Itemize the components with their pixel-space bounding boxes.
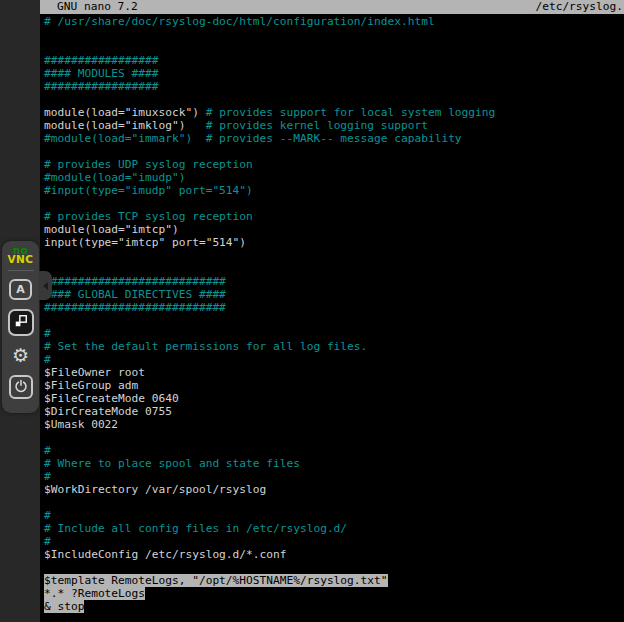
nano-titlebar: GNU nano 7.2 /etc/rsyslog.: [40, 0, 624, 14]
terminal-line: #input(type="imudp" port="514"): [44, 184, 624, 197]
terminal-line: *.* ?RemoteLogs: [44, 587, 624, 600]
terminal-line: $FileGroup adm: [44, 379, 624, 392]
terminal-line: ###########################: [44, 275, 624, 288]
terminal-line: #: [44, 327, 624, 340]
terminal-line: # Include all config files in /etc/rsysl…: [44, 522, 624, 535]
terminal-line: module(load="imklog") # provides kernel …: [44, 119, 624, 132]
terminal-content[interactable]: # /usr/share/doc/rsyslog-doc/html/config…: [40, 14, 624, 613]
terminal-line: $IncludeConfig /etc/rsyslog.d/*.conf: [44, 548, 624, 561]
novnc-logo: no VNC: [7, 246, 33, 264]
terminal-line: [44, 314, 624, 327]
terminal-line: ###########################: [44, 301, 624, 314]
keyboard-button[interactable]: A: [9, 279, 32, 300]
terminal-line: [44, 262, 624, 275]
gear-icon: ⚙: [12, 343, 29, 368]
terminal-line: [44, 145, 624, 158]
keyboard-key-icon: A: [16, 283, 25, 296]
terminal-line: [44, 496, 624, 509]
terminal-line: [44, 28, 624, 41]
terminal-line: # /usr/share/doc/rsyslog-doc/html/config…: [44, 15, 624, 28]
terminal-line: input(type="imtcp" port="514"): [44, 236, 624, 249]
terminal-line: #module(load="immark") # provides --MARK…: [44, 132, 624, 145]
terminal-line: [44, 561, 624, 574]
terminal-line: #### MODULES ####: [44, 67, 624, 80]
settings-button[interactable]: ⚙: [9, 343, 33, 368]
terminal-line: #: [44, 509, 624, 522]
terminal-line: $FileCreateMode 0640: [44, 392, 624, 405]
terminal-line: [44, 197, 624, 210]
terminal-window: GNU nano 7.2 /etc/rsyslog. # /usr/share/…: [40, 0, 624, 622]
terminal-line: # Where to place spool and state files: [44, 457, 624, 470]
novnc-logo-bottom: VNC: [7, 255, 33, 264]
terminal-line: #################: [44, 54, 624, 67]
terminal-line: $DirCreateMode 0755: [44, 405, 624, 418]
terminal-line: $Umask 0022: [44, 418, 624, 431]
nano-version-label: GNU nano 7.2: [57, 0, 138, 14]
nano-filename-label: /etc/rsyslog.: [535, 0, 623, 14]
terminal-line: #: [44, 470, 624, 483]
terminal-line: # Set the default permissions for all lo…: [44, 340, 624, 353]
fullscreen-button[interactable]: [8, 309, 34, 336]
power-button[interactable]: [9, 375, 33, 399]
fullscreen-icon: [14, 314, 28, 331]
terminal-line: #### GLOBAL DIRECTIVES ####: [44, 288, 624, 301]
terminal-line: $WorkDirectory /var/spool/rsyslog: [44, 483, 624, 496]
terminal-line: $FileOwner root: [44, 366, 624, 379]
terminal-line: module(load="imuxsock") # provides suppo…: [44, 106, 624, 119]
terminal-line: [44, 41, 624, 54]
terminal-line: #: [44, 353, 624, 366]
terminal-line: [44, 431, 624, 444]
terminal-line: # provides TCP syslog reception: [44, 210, 624, 223]
terminal-line: #module(load="imudp"): [44, 171, 624, 184]
terminal-line: #################: [44, 80, 624, 93]
chevron-left-icon: [43, 282, 48, 290]
terminal-line: # provides UDP syslog reception: [44, 158, 624, 171]
panel-collapse-handle[interactable]: [39, 271, 52, 300]
terminal-line: #: [44, 535, 624, 548]
panel-divider: [8, 270, 34, 271]
novnc-control-panel: no VNC A ⚙: [2, 241, 39, 413]
terminal-line: module(load="imtcp"): [44, 223, 624, 236]
terminal-line: [44, 93, 624, 106]
terminal-line: [44, 249, 624, 262]
terminal-line: #: [44, 444, 624, 457]
terminal-line: & stop: [44, 600, 624, 613]
power-icon: [14, 379, 28, 396]
terminal-line: $template RemoteLogs, "/opt/%HOSTNAME%/r…: [44, 574, 624, 587]
